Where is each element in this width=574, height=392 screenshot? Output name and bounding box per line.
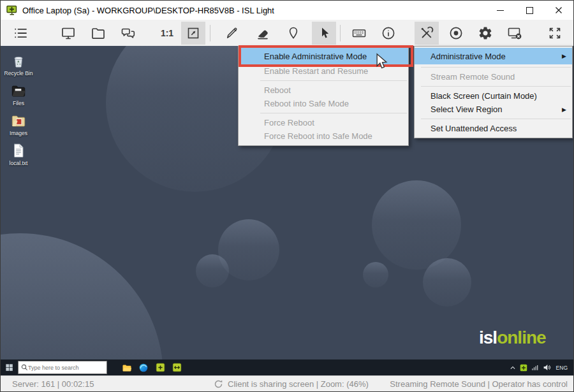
chat-icon: [121, 25, 136, 41]
tray-language-button[interactable]: ENG: [553, 359, 571, 375]
mouse-cursor: [374, 53, 388, 69]
fullscreen-button[interactable]: [543, 22, 567, 45]
desktop-icon-recycle-bin[interactable]: Recycle Bin: [2, 52, 35, 76]
refresh-icon: [214, 379, 223, 389]
monitor-disconnect-icon: [507, 25, 522, 41]
images-folder-icon: [10, 112, 27, 129]
network-icon: [531, 364, 539, 372]
chat-button[interactable]: [116, 22, 140, 45]
fullscreen-icon: [547, 25, 563, 41]
cursor-arrow-icon: [316, 25, 332, 41]
tools-button[interactable]: [415, 22, 439, 45]
isl-app-icon: [6, 5, 17, 15]
search-input[interactable]: [28, 365, 92, 371]
file-transfer-button[interactable]: [86, 22, 110, 45]
draw-button[interactable]: [220, 22, 244, 45]
menu-separator: [421, 119, 571, 119]
isl-session-taskbar-icon: [172, 363, 182, 372]
tray-network-button[interactable]: [529, 359, 541, 375]
isl-light-window: Office Laptop (Sa) - WORKGROUP\DESKTOP-H…: [0, 0, 574, 392]
menu-item-select-view-region[interactable]: Select View Region▶: [415, 103, 572, 116]
fit-screen-icon: [186, 25, 201, 41]
record-icon: [448, 25, 464, 41]
menu-item-stream-remote-sound: Stream Remote Sound: [415, 70, 572, 83]
wallpaper-circle: [423, 258, 471, 307]
desktop-icon-label: Recycle Bin: [4, 70, 33, 76]
session-menu-button[interactable]: [8, 22, 33, 45]
toolbar: 1:1: [1, 20, 574, 46]
monitor-button[interactable]: [56, 22, 80, 45]
taskbar-isl-light[interactable]: [152, 359, 168, 375]
maximize-icon: [526, 7, 533, 14]
file-explorer-icon: [122, 363, 132, 373]
tray-volume-button[interactable]: [541, 359, 553, 375]
info-icon: [381, 25, 396, 41]
maximize-button[interactable]: [515, 1, 544, 20]
record-button[interactable]: [444, 22, 468, 45]
erase-button[interactable]: [251, 22, 275, 45]
wallpaper-circle: [1, 233, 163, 375]
islonline-logo: islonline: [479, 328, 546, 348]
submenu-arrow-icon: ▶: [562, 53, 566, 59]
wallpaper-circle: [372, 180, 461, 270]
menu-separator: [421, 86, 571, 87]
tools-menu: Administrative Mode▶ Stream Remote Sound…: [414, 46, 573, 138]
list-menu-icon: [13, 25, 28, 41]
search-icon: [21, 364, 28, 371]
submenu-arrow-icon: ▶: [562, 106, 566, 113]
statusbar: Server: 161 | 00:02:15 Client is sharing…: [1, 375, 573, 392]
pencil-icon: [224, 25, 240, 41]
scale-label: 1:1: [161, 28, 173, 38]
location-pin-icon: [286, 25, 301, 41]
minimize-button[interactable]: [485, 1, 515, 20]
pointer-marker-button[interactable]: [281, 22, 305, 45]
menu-item-set-unattended-access[interactable]: Set Unattended Access: [415, 122, 572, 135]
statusbar-right-info: Streaming Remote Sound | Operator has co…: [390, 379, 568, 389]
taskbar-isl-session[interactable]: [168, 359, 185, 375]
menu-separator: [260, 80, 407, 81]
logo-online-text: online: [497, 328, 545, 347]
tools-icon: [419, 25, 434, 41]
info-button[interactable]: [376, 22, 401, 45]
edge-browser-icon: [138, 363, 149, 373]
tray-expand-button[interactable]: [508, 359, 518, 375]
select-cursor-button[interactable]: [312, 22, 336, 45]
settings-button[interactable]: [473, 22, 497, 45]
scale-1-1-button[interactable]: 1:1: [153, 22, 181, 45]
menu-item-black-screen[interactable]: Black Screen (Curtain Mode): [415, 89, 572, 103]
taskbar-edge[interactable]: [135, 359, 152, 375]
desktop-icon-files[interactable]: Files: [2, 82, 35, 106]
speaker-icon: [543, 363, 551, 372]
keyboard-button[interactable]: [347, 22, 371, 45]
close-icon: [555, 6, 563, 14]
toolbar-separator: [340, 25, 341, 41]
desktop-icon-images[interactable]: Images: [2, 112, 35, 136]
end-session-button[interactable]: [503, 22, 527, 45]
statusbar-center: Client is sharing screen | Zoom: (46%): [214, 379, 369, 389]
statusbar-server-info: Server: 161 | 00:02:15: [12, 379, 94, 389]
menu-separator: [421, 67, 571, 68]
windows-logo-icon: [5, 363, 13, 372]
menu-item-administrative-mode[interactable]: Administrative Mode▶: [415, 48, 572, 64]
desktop-icon-label: Files: [13, 100, 24, 106]
taskbar-search[interactable]: [18, 361, 107, 374]
taskbar-file-explorer[interactable]: [119, 359, 135, 375]
desktop-icon-local-txt[interactable]: local.txt: [2, 142, 35, 166]
start-button[interactable]: [1, 359, 18, 375]
close-button[interactable]: [544, 1, 573, 20]
keyboard-icon: [351, 25, 367, 41]
gear-icon: [478, 25, 493, 41]
fit-screen-button[interactable]: [181, 22, 205, 45]
tray-isl-icon-button[interactable]: [518, 359, 529, 375]
wallpaper-circle: [196, 254, 229, 287]
menu-item-force-reboot-safe-mode: Force Reboot into Safe Mode: [239, 129, 408, 143]
menu-item-reboot-safe-mode: Reboot into Safe Mode: [239, 97, 408, 110]
toolbar-separator: [210, 25, 210, 41]
menu-separator: [260, 113, 407, 113]
monitor-icon: [61, 25, 76, 41]
isl-light-taskbar-icon: [156, 363, 165, 372]
folder-icon: [91, 25, 106, 41]
text-file-icon: [10, 142, 27, 159]
minimize-icon: [497, 10, 504, 11]
window-title: Office Laptop (Sa) - WORKGROUP\DESKTOP-H…: [22, 6, 274, 15]
